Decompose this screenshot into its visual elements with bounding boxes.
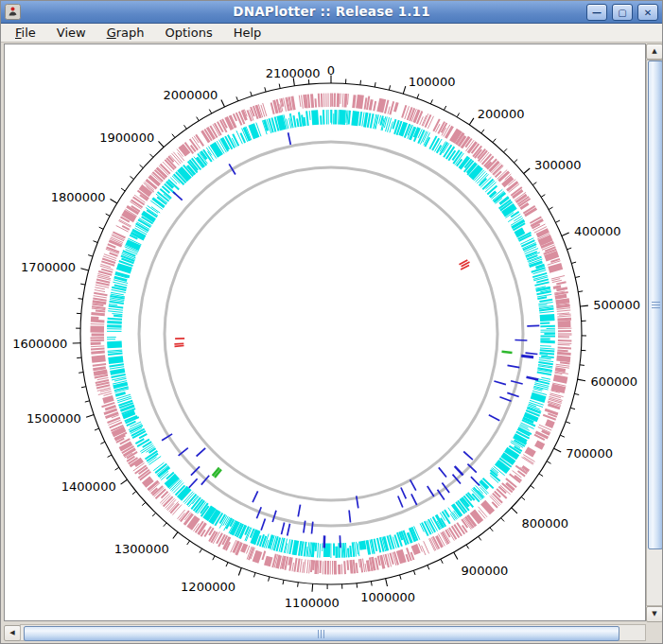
feature-tick-blue [197,448,206,457]
menubar: FileViewGraphOptionsHelp [1,24,662,43]
feature-tick-blue [261,519,265,531]
feature-tick-blue [398,496,403,508]
scale-label: 2100000 [266,66,321,80]
scale-label: 1100000 [285,596,340,610]
scale-label: 400000 [574,224,621,238]
scrollbar-corner [646,624,662,641]
thumb-grip [652,302,660,310]
feature-tick-blue [340,535,340,548]
close-icon[interactable]: ✕ [637,4,658,21]
scale-label: 1800000 [51,190,106,204]
feature-tick-blue [411,494,417,505]
menu-item-options[interactable]: Options [161,26,218,40]
titlebar[interactable]: DNAPlotter :: Release 1.11 — ▢ ✕ [1,1,662,24]
reverse-cds-ring [107,110,554,557]
minimize-icon[interactable]: — [586,4,607,21]
menu-item-help[interactable]: Help [229,26,267,40]
scale-label: 1900000 [99,131,154,145]
scale-label: 900000 [462,564,509,578]
scale-label: 1000000 [360,590,415,604]
menu-item-view[interactable]: View [52,26,91,40]
baseline-ring [165,167,497,500]
reverse-cds-ring [127,242,518,544]
feature-tick-blue [526,353,538,354]
feature-tick-red [175,346,184,347]
reverse-cds-ring [107,110,555,558]
feature-tick-blue [189,479,198,488]
scale-label: 300000 [534,158,582,172]
feature-tick-blue [288,132,291,145]
scale-label: 800000 [521,516,568,531]
horizontal-scroll-thumb[interactable] [24,626,619,641]
feature-tick-blue [401,488,406,499]
feature-tick-blue [494,381,506,385]
feature-tick-blue [349,511,350,523]
vertical-scroll-thumb[interactable] [648,61,663,549]
vertical-scrollbar: ▲ ▼ [646,44,663,622]
feature-tick-blue [471,477,480,485]
menu-item-graph[interactable]: Graph [102,26,149,40]
maximize-icon[interactable]: ▢ [612,4,633,21]
dnaplotter-window: DNAPlotter :: Release 1.11 — ▢ ✕ FileVie… [0,0,663,644]
scale-label: 1200000 [181,580,236,594]
plot-canvas[interactable]: 0100000200000300000400000500000600000700… [4,44,646,621]
scale-label: 1400000 [61,479,116,494]
scale-label: 500000 [593,298,640,312]
feature-tick-red [174,343,183,344]
window-controls: — ▢ ✕ [586,4,658,21]
scroll-down-icon[interactable]: ▼ [646,606,663,622]
menu-item-file[interactable]: File [10,26,41,40]
reverse-cds-ring [108,110,555,558]
scale-circle [80,83,582,584]
circular-genome-plot: 0100000200000300000400000500000600000700… [5,44,645,620]
horizontal-scroll-track[interactable] [20,624,646,641]
scale-label: 200000 [478,107,525,121]
scale-label: 0 [327,63,335,78]
scale-label: 1700000 [21,260,76,274]
feature-tick-blue [455,466,463,476]
feature-tick-blue [253,491,258,502]
scroll-up-icon[interactable]: ▲ [646,44,663,60]
baseline-ring [139,142,523,526]
minor-ticks [76,79,586,590]
scale-label: 1500000 [26,411,81,426]
feature-tick-blue [489,415,500,421]
feature-tick-blue [288,524,290,536]
feature-tick-blue [282,523,285,535]
feature-tick-blue [521,356,533,357]
feature-tick-blue [463,452,473,461]
feature-tick-blue [527,325,539,326]
feature-tick-blue [515,340,527,341]
scale-label: 700000 [566,446,613,461]
feature-tick-blue [499,397,511,402]
feature-tick-blue [173,192,183,200]
scale-label: 2000000 [163,88,218,102]
major-ticks [73,76,588,592]
scroll-left-icon[interactable]: ◀ [4,625,21,641]
thumb-grip [318,630,326,638]
scale-label: 1600000 [12,337,67,351]
feature-tick-blue [508,365,520,367]
feature-tick-blue [427,486,434,496]
feature-tick-blue [410,479,416,490]
feature-tick-blue [527,377,539,380]
feature-tick-blue [298,505,300,517]
scale-label: 1300000 [114,542,169,556]
feature-tick-green [502,352,513,353]
horizontal-scrollbar: ◀ ▶ [4,624,662,641]
reverse-cds-ring [107,110,555,558]
feature-tick-blue [439,467,446,477]
window-title: DNAPlotter :: Release 1.11 [1,4,662,19]
scale-label: 600000 [590,374,637,389]
scale-label: 100000 [409,75,456,89]
vertical-scroll-track[interactable] [646,60,663,606]
